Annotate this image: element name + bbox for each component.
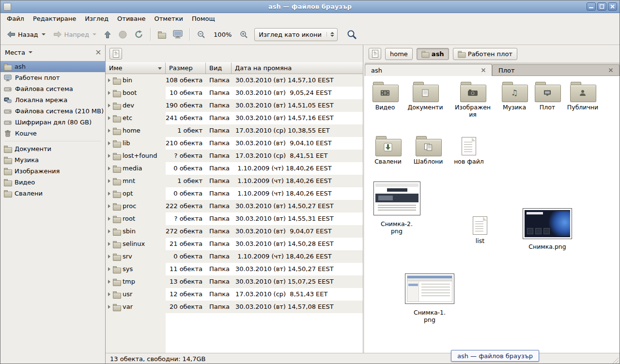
tab-close-button[interactable] [608,68,613,73]
file-row[interactable]: root ? обекта Папка 30.03.2010 (вт) 14,5… [106,212,363,225]
icon-view-item-snimka2[interactable]: Снимка-2.png [372,182,422,235]
file-row[interactable]: bin 108 обекта Папка 30.03.2010 (вт) 14,… [106,74,363,87]
resize-grip[interactable] [612,357,619,364]
column-header-date[interactable]: Дата на промяна [232,62,363,74]
file-row[interactable]: home 1 обект Папка 17.03.2010 (ср) 10,38… [106,124,363,137]
menu-view[interactable]: Изглед [80,14,113,24]
file-row[interactable]: lost+found ? обекта Папка 17.03.2010 (ср… [106,150,363,162]
column-header-name[interactable]: Име [106,62,166,74]
menu-bookmarks[interactable]: Отметки [150,14,187,24]
sidebar-item-downloads[interactable]: Свалени [0,188,105,199]
toggle-location-entry-button[interactable] [109,48,122,60]
icon-view-item-desktop-folder[interactable]: Плот [527,81,568,111]
expander-icon[interactable] [108,78,110,82]
icon-view-item-snimka1[interactable]: Снимка-1.png [404,273,455,323]
forward-button[interactable]: Напред [50,29,100,41]
back-history-dropdown-icon[interactable] [42,33,46,35]
sidebar-item-trash[interactable]: Кошче [0,128,105,139]
zoom-in-button[interactable] [236,28,251,41]
file-row[interactable]: mnt 1 обект Папка 1.10.2009 (чт) 18,40,2… [106,175,363,187]
sidebar-item-encrypted-80gb[interactable]: Шифриран дял (80 GB) [0,117,105,128]
icon-view-item-new-file[interactable]: нов файл [449,135,489,165]
breadcrumb-home[interactable]: home [385,48,413,60]
expander-icon[interactable] [108,305,110,309]
tab-ash[interactable]: ash [365,64,492,76]
expander-icon[interactable] [108,192,110,196]
sidebar-item-filesystem[interactable]: Файлова система [0,83,105,94]
expander-icon[interactable] [108,280,110,284]
sidebar-item-desktop[interactable]: Работен плот [0,72,105,83]
menu-edit[interactable]: Редактиране [29,14,80,24]
expander-icon[interactable] [108,267,110,271]
expander-icon[interactable] [108,242,110,246]
sidebar-close-button[interactable] [96,49,101,56]
expander-icon[interactable] [108,292,110,296]
close-button[interactable] [608,2,617,11]
toggle-location-entry-button[interactable] [369,48,381,60]
search-button[interactable] [343,27,360,42]
icon-view-item-snimka[interactable]: Снимка.png [521,208,574,250]
sidebar-item-pictures[interactable]: Изображения [0,166,105,177]
sidebar-item-videos[interactable]: Видео [0,177,105,188]
file-row[interactable]: var 20 обекта Папка 30.03.2010 (вт) 14,5… [106,301,363,313]
tab-close-button[interactable] [481,68,486,73]
breadcrumb-ash[interactable]: ash [417,48,449,60]
sidebar-selector-icon[interactable] [29,51,32,53]
expander-icon[interactable] [108,141,110,145]
breadcrumb-desktop[interactable]: Работен плот [453,48,517,60]
file-row[interactable]: sys 11 обекта Папка 30.03.2010 (вт) 14,5… [106,263,363,275]
file-row[interactable]: sbin 272 обекта Папка 30.03.2010 (вт) 9,… [106,225,363,238]
sidebar-item-volume-210mb[interactable]: Файлова система (210 MB) [0,106,105,117]
icon-view-item-pictures[interactable]: Изображения [452,81,493,118]
minimize-button[interactable] [587,2,596,11]
expander-icon[interactable] [108,104,110,107]
file-row[interactable]: usr 12 обекта Папка 17.03.2010 (ср) 8,51… [106,288,363,301]
file-row[interactable]: etc 241 обекта Папка 30.03.2010 (вт) 14,… [106,112,363,124]
up-button[interactable] [101,28,114,41]
file-row[interactable]: media 0 обекта Папка 1.10.2009 (чт) 18,4… [106,162,363,175]
expander-icon[interactable] [108,217,110,221]
file-row[interactable]: opt 0 обекта Папка 1.10.2009 (чт) 18,40,… [106,187,363,200]
file-row[interactable]: proc 222 обекта Папка 30.03.2010 (вт) 14… [106,200,363,212]
menu-file[interactable]: Файл [2,14,29,24]
expander-icon[interactable] [108,179,110,183]
sidebar-title[interactable]: Места [5,49,25,56]
expander-icon[interactable] [108,129,110,133]
tab-desktop[interactable]: Плот [492,64,620,76]
stop-button[interactable] [115,28,130,41]
maximize-button[interactable] [597,2,606,11]
sidebar-item-music[interactable]: Музика [0,154,105,166]
titlebar[interactable]: ash — файлов браузър [0,0,620,13]
icon-view-item-documents[interactable]: Документи [405,81,446,111]
file-row[interactable]: selinux 21 обекта Папка 30.03.2010 (вт) … [106,238,363,250]
column-header-type[interactable]: Вид [206,62,232,74]
menu-help[interactable]: Помощ [187,14,219,24]
sidebar-item-network[interactable]: Локална мрежа [0,94,105,106]
expander-icon[interactable] [108,204,110,208]
icon-view-item-downloads[interactable]: Свалени [368,135,408,165]
file-row[interactable]: lib 210 обекта Папка 30.03.2010 (вт) 9,0… [106,137,363,150]
zoom-out-button[interactable] [194,28,209,41]
expander-icon[interactable] [108,91,110,95]
file-row[interactable]: boot 10 обекта Папка 30.03.2010 (вт) 9,0… [106,87,363,99]
file-row[interactable]: dev 190 обекта Папка 30.03.2010 (вт) 14,… [106,99,363,112]
icon-view-item-videos[interactable]: Видео [365,81,405,111]
sidebar-item-documents[interactable]: Документи [0,143,105,154]
column-header-size[interactable]: Размер [166,62,206,74]
file-row[interactable]: tmp 13 обекта Папка 30.03.2010 (вт) 15,0… [106,275,363,288]
sidebar-item-ash[interactable]: ash [0,61,105,72]
view-mode-selector[interactable]: Изглед като икони [254,28,338,41]
icon-view-item-public[interactable]: Публични [562,81,603,111]
icon-view-item-templates[interactable]: Шаблони [408,135,449,165]
expander-icon[interactable] [108,167,110,170]
file-row[interactable]: srv 0 обекта Папка 1.10.2009 (чт) 18,40,… [106,250,363,263]
expander-icon[interactable] [108,116,110,120]
reload-button[interactable] [131,28,147,41]
expander-icon[interactable] [108,154,110,158]
back-button[interactable]: Назад [3,29,49,41]
expander-icon[interactable] [108,229,110,233]
home-button[interactable] [155,29,169,40]
computer-button[interactable] [170,28,186,41]
icon-view-item-list-file[interactable]: list [460,214,500,244]
expander-icon[interactable] [108,255,110,258]
